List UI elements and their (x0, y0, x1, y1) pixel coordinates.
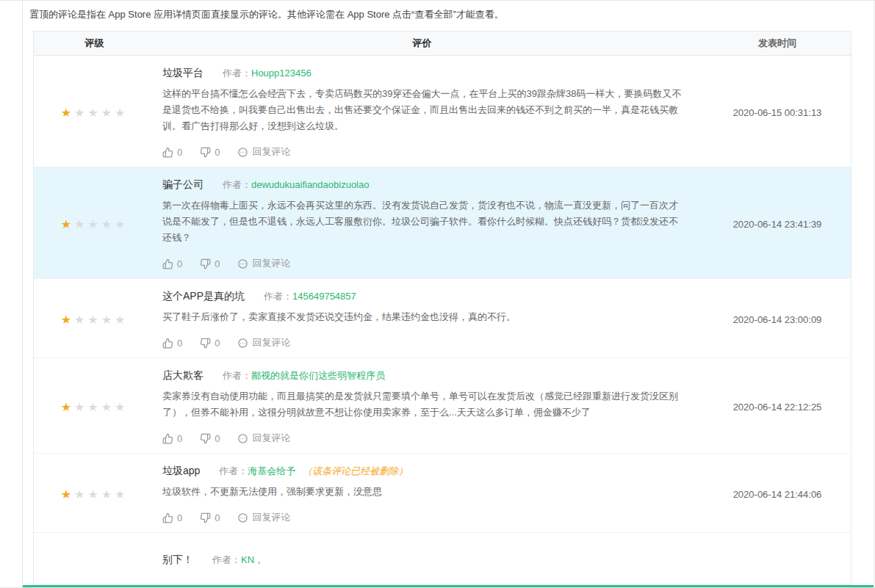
header-time: 发表时间 (704, 37, 851, 50)
review-content: 这样的平台搞不懂怎么会经营下去，专卖店码数买的39穿还会偏大一点，在平台上买的3… (162, 86, 682, 134)
star-rating: ★★★★★ (61, 313, 129, 326)
dislike-count: 0 (215, 147, 220, 158)
review-time: 2020-06-15 00:31:13 (704, 107, 851, 118)
header-rating: 评级 (34, 37, 155, 50)
content-area: 置顶的评论是指在 App Store 应用详情页面直接显示的评论。其他评论需在 … (23, 0, 875, 585)
dislike-count: 0 (215, 258, 220, 269)
reply-button[interactable]: 回复评论 (237, 145, 290, 159)
reply-button[interactable]: 回复评论 (237, 511, 290, 524)
dislike-button[interactable]: 0 (200, 147, 220, 158)
reply-label: 回复评论 (252, 432, 290, 445)
author-link[interactable]: dewudukuaifiandaobizuolao (251, 179, 369, 190)
review-time: 2020-06-14 21:44:06 (704, 489, 851, 500)
thumbs-up-icon (162, 512, 173, 523)
star-rating: ★★★★★ (61, 401, 129, 413)
author-label: 作者： (223, 67, 251, 80)
dislike-count: 0 (215, 338, 220, 349)
like-count: 0 (177, 258, 182, 269)
author-label: 作者： (212, 553, 241, 567)
table-row-pinned: ★★★★★ 骗子公司 作者： dewudukuaifiandaobizuolao… (34, 167, 851, 279)
like-button[interactable]: 0 (162, 512, 182, 523)
review-content: 买了鞋子后涨价了，卖家直接不发货还说交违约金，结果违约金也没得，真的不行。 (162, 309, 682, 325)
review-title: 垃圾app (162, 465, 200, 478)
review-time: 2020-06-14 23:41:39 (704, 219, 851, 230)
like-count: 0 (177, 512, 182, 523)
comment-icon (237, 258, 248, 269)
table-row: ★★★★★ 垃圾app 作者： 海基会给予 （该条评论已经被删除） 垃圾软件，不… (34, 454, 851, 533)
review-page: 置顶的评论是指在 App Store 应用详情页面直接显示的评论。其他评论需在 … (0, 0, 875, 588)
star-rating: ★★★★★ (61, 106, 129, 119)
star-rating: ★★★★★ (61, 218, 129, 231)
dislike-count: 0 (215, 512, 220, 523)
reply-button[interactable]: 回复评论 (237, 432, 290, 445)
author-link[interactable]: 鄙视的就是你们这些弱智程序员 (251, 369, 385, 382)
author-link[interactable]: Houpp123456 (251, 68, 312, 79)
table-row: ★★★★★ 这个APP是真的坑 作者： 145649754857 买了鞋子后涨价… (34, 279, 851, 358)
review-content: 第一次在得物毒上面买，永远不会再买这里的东西。没有发货说自己发货，货没有也不说，… (162, 197, 682, 246)
like-count: 0 (177, 338, 182, 349)
dislike-button[interactable]: 0 (200, 433, 220, 444)
review-table: 评级 评价 发表时间 ★★★★★ 垃圾平台 作者： Houpp123456 这样… (33, 31, 851, 585)
review-title: 这个APP是真的坑 (162, 290, 245, 303)
author-link[interactable]: 145649754857 (292, 291, 356, 302)
dislike-count: 0 (215, 433, 220, 444)
thumbs-up-icon (162, 338, 173, 349)
thumbs-down-icon (200, 147, 211, 158)
thumbs-down-icon (200, 512, 211, 523)
thumbs-down-icon (200, 338, 211, 349)
star-rating: ★★★★★ (61, 488, 129, 501)
author-link[interactable]: 海基会给予 (248, 465, 295, 478)
reply-label: 回复评论 (252, 145, 290, 159)
like-button[interactable]: 0 (162, 433, 182, 444)
thumbs-up-icon (162, 147, 173, 158)
thumbs-up-icon (162, 258, 173, 269)
comment-icon (237, 147, 248, 158)
like-count: 0 (177, 147, 182, 158)
like-count: 0 (177, 433, 182, 444)
comment-icon (237, 512, 248, 523)
table-row: ★★★★★ 店大欺客 作者： 鄙视的就是你们这些弱智程序员 卖家券没有自动使用功… (34, 358, 851, 454)
like-button[interactable]: 0 (162, 147, 182, 158)
author-link[interactable]: KN， (241, 553, 264, 567)
review-title: 骗子公司 (162, 178, 204, 192)
pinned-review-notice: 置顶的评论是指在 App Store 应用详情页面直接显示的评论。其他评论需在 … (29, 8, 854, 21)
author-label: 作者： (223, 369, 251, 382)
comment-icon (237, 433, 248, 444)
review-content: 卖家券没有自动使用功能，而且最搞笑的是发货就只需要填个单号，单号可以在发货后改（… (162, 388, 682, 421)
page-border-right (874, 0, 874, 588)
thumbs-down-icon (200, 258, 211, 269)
reply-button[interactable]: 回复评论 (237, 257, 290, 270)
review-time: 2020-06-14 23:00:09 (704, 314, 851, 325)
review-title: 别下！ (162, 553, 193, 567)
author-label: 作者： (223, 178, 251, 192)
table-row: 别下！ 作者： KN， (34, 533, 851, 584)
review-title: 店大欺客 (162, 369, 204, 382)
reply-label: 回复评论 (252, 336, 290, 349)
bottom-green-divider (23, 585, 874, 587)
like-button[interactable]: 0 (162, 258, 182, 269)
thumbs-down-icon (200, 433, 211, 444)
reply-button[interactable]: 回复评论 (237, 336, 290, 349)
dislike-button[interactable]: 0 (200, 338, 220, 349)
dislike-button[interactable]: 0 (200, 512, 220, 523)
like-button[interactable]: 0 (162, 338, 182, 349)
page-border-top (0, 0, 875, 1)
header-review: 评价 (155, 37, 704, 50)
dislike-button[interactable]: 0 (200, 258, 220, 269)
review-time: 2020-06-14 22:12:25 (704, 402, 851, 413)
thumbs-up-icon (162, 433, 173, 444)
author-label: 作者： (219, 465, 248, 478)
page-border-left (22, 0, 23, 588)
table-header: 评级 评价 发表时间 (34, 32, 851, 56)
reply-label: 回复评论 (252, 511, 290, 524)
deleted-note: （该条评论已经被删除） (303, 465, 408, 478)
review-title: 垃圾平台 (162, 67, 204, 80)
reply-label: 回复评论 (252, 257, 290, 270)
review-content: 垃圾软件，不更新无法使用，强制要求更新，没意思 (162, 484, 682, 500)
author-label: 作者： (264, 290, 292, 303)
table-row: ★★★★★ 垃圾平台 作者： Houpp123456 这样的平台搞不懂怎么会经营… (34, 56, 851, 167)
comment-icon (237, 338, 248, 349)
